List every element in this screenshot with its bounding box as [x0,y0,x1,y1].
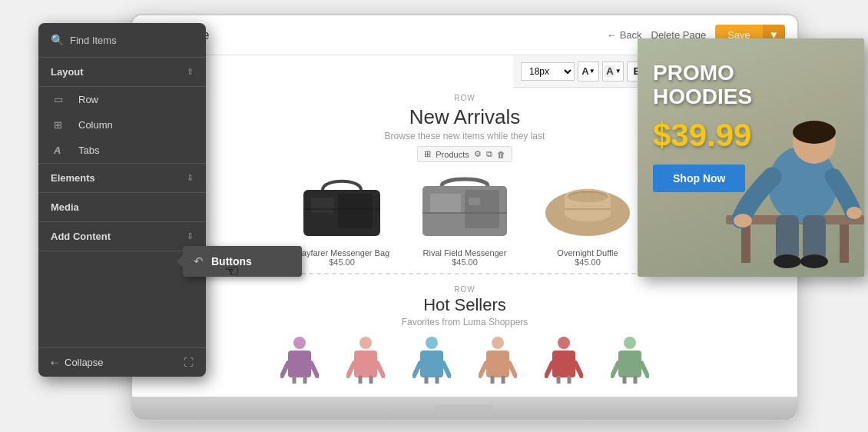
person-item-4[interactable] [471,334,525,387]
product-name-2: Rival Field Messenger [411,248,518,258]
sidebar-section-media[interactable]: Media [38,193,206,222]
elements-section-label: Elements [51,172,95,184]
svg-line-24 [311,363,317,376]
svg-line-42 [509,363,515,376]
svg-line-35 [414,363,420,376]
products-settings-icon[interactable]: ⚙ [474,149,482,159]
sidebar: 🔍 Find Items Layout ⇧ ▭ Row ⊞ Column A T… [38,23,206,377]
font-color-button[interactable]: A ▼ [578,61,599,81]
svg-rect-16 [469,198,480,205]
product-item-3[interactable]: Overnight Duffle $45.00 [534,167,641,267]
svg-line-30 [377,363,383,376]
collapse-left: ⇠ Collapse [51,357,104,368]
svg-point-68 [800,254,828,268]
svg-rect-59 [840,224,849,263]
svg-line-41 [480,363,486,376]
layout-chevron-icon: ⇧ [187,67,194,77]
sidebar-item-column[interactable]: ⊞ Column [38,112,206,138]
elements-chevron-icon: ⇩ [187,173,194,183]
product-price-3: $45.00 [534,258,641,267]
svg-point-63 [734,214,752,228]
product-price-1: $45.00 [288,258,396,267]
shop-now-button[interactable]: Shop Now [653,164,745,192]
product-name-1: Wayfarer Messenger Bag [288,248,396,258]
person-item-3[interactable] [405,334,459,387]
tabs-icon: A [54,145,69,156]
hot-sellers-subtitle: Favorites from Luma Shoppers [132,317,797,327]
svg-point-51 [624,337,636,349]
svg-point-62 [793,121,836,144]
sidebar-item-row[interactable]: ▭ Row [38,87,206,112]
svg-point-64 [846,207,862,219]
sidebar-search[interactable]: 🔍 Find Items [38,23,206,58]
laptop-notch [434,405,495,411]
people-row [132,334,797,387]
svg-point-21 [293,337,306,349]
cursor-icon: ↶ [194,254,204,268]
product-image-2 [415,167,515,244]
tooltip-buttons-label: Buttons [211,255,252,268]
svg-rect-22 [288,351,311,377]
svg-point-33 [426,337,438,349]
add-content-label: Add Content [51,231,111,242]
row-icon: ▭ [54,94,69,105]
svg-line-54 [641,363,648,376]
promo-banner: PROMOHOODIES $39.99 Shop Now [638,38,864,277]
sidebar-section-elements[interactable]: Elements ⇩ [38,163,206,193]
row-label: Row [78,94,98,105]
svg-line-47 [546,363,552,376]
svg-rect-58 [741,224,750,263]
hot-sellers-section: ROW Hot Sellers Favorites from Luma Shop… [132,273,797,387]
svg-point-27 [359,337,372,349]
svg-rect-15 [465,190,499,228]
layout-section-label: Layout [51,66,84,78]
person-item-5[interactable] [537,334,591,387]
promo-text-area: PROMOHOODIES $39.99 Shop Now [653,61,752,192]
svg-rect-28 [354,351,377,377]
collapse-label: Collapse [65,357,104,368]
product-price-2: $45.00 [411,258,518,267]
laptop-base [132,397,797,420]
column-icon: ⊞ [54,119,69,131]
svg-point-39 [492,337,504,349]
svg-point-45 [558,337,570,349]
bg-color-button[interactable]: A ▼ [602,61,624,81]
svg-line-48 [575,363,581,376]
hot-sellers-title: Hot Sellers [132,295,797,315]
back-button[interactable]: ← Back [607,29,642,41]
svg-rect-34 [420,351,443,377]
product-name-3: Overnight Duffle [534,248,641,258]
row-label-2: ROW [132,285,797,294]
promo-price: $39.99 [653,117,752,154]
product-toolbar-inner[interactable]: ⊞ Products ⚙ ⧉ 🗑 [417,146,512,162]
svg-rect-10 [311,198,334,213]
products-label: Products [436,150,469,159]
tooltip-arrow [177,255,183,268]
tabs-label: Tabs [78,145,99,156]
person-item-1[interactable] [273,334,326,387]
collapse-arrow-icon: ⇠ [51,357,58,368]
sidebar-footer-collapse[interactable]: ⇠ Collapse ⛶ [38,347,206,377]
sidebar-section-add-content[interactable]: Add Content ⇩ [38,222,206,251]
sidebar-section-layout[interactable]: Layout ⇧ [38,58,206,87]
svg-rect-11 [338,194,373,228]
column-label: Column [78,119,113,131]
svg-rect-40 [486,351,509,377]
search-icon: 🔍 [51,34,64,46]
products-copy-icon[interactable]: ⧉ [486,149,492,159]
svg-rect-52 [618,351,641,377]
products-delete-icon[interactable]: 🗑 [497,150,505,159]
expand-icon: ⛶ [184,357,194,368]
product-item-1[interactable]: Wayfarer Messenger Bag $45.00 [288,167,396,267]
svg-line-29 [348,363,354,376]
product-item-2[interactable]: Rival Field Messenger $45.00 [411,167,518,267]
product-image-1 [292,167,392,244]
svg-point-67 [774,254,801,268]
search-label: Find Items [70,35,117,46]
font-size-select[interactable]: 18px [521,62,575,81]
svg-line-36 [443,363,449,376]
person-item-2[interactable] [339,334,393,387]
sidebar-item-tabs[interactable]: A Tabs [38,138,206,163]
person-item-6[interactable] [603,334,657,387]
svg-line-53 [612,363,618,376]
